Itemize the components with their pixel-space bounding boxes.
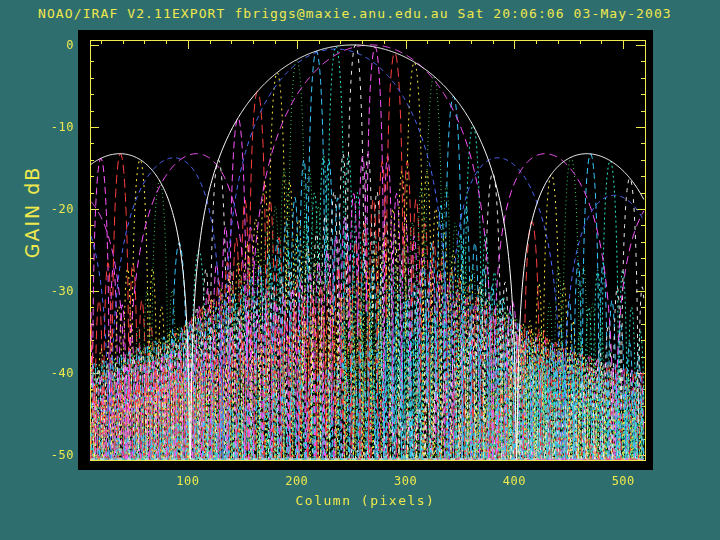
iraf-graphics-window: NOAO/IRAF V2.11EXPORT fbriggs@maxie.anu.… xyxy=(0,0,720,540)
title-text: NOAO/IRAF V2.11EXPORT fbriggs@maxie.anu.… xyxy=(38,6,672,21)
y-tick-label: -20 xyxy=(51,202,74,216)
y-tick-label: 0 xyxy=(66,38,74,52)
x-tick-label: 100 xyxy=(176,474,199,488)
x-tick-label: 200 xyxy=(285,474,308,488)
x-tick-label: 400 xyxy=(503,474,526,488)
x-tick-label: 500 xyxy=(612,474,635,488)
x-axis-title: Column (pixels) xyxy=(78,493,653,508)
y-tick-label: -40 xyxy=(51,366,74,380)
y-axis-title: GAIN dB xyxy=(21,166,43,259)
y-tick-label: -50 xyxy=(51,448,74,462)
y-tick-label: -10 xyxy=(51,120,74,134)
plot-area xyxy=(78,30,653,470)
chart-canvas xyxy=(78,30,653,470)
y-tick-label: -30 xyxy=(51,284,74,298)
status-line: NOAO/IRAF V2.11EXPORT fbriggs@maxie.anu.… xyxy=(38,6,672,24)
x-tick-label: 300 xyxy=(394,474,417,488)
